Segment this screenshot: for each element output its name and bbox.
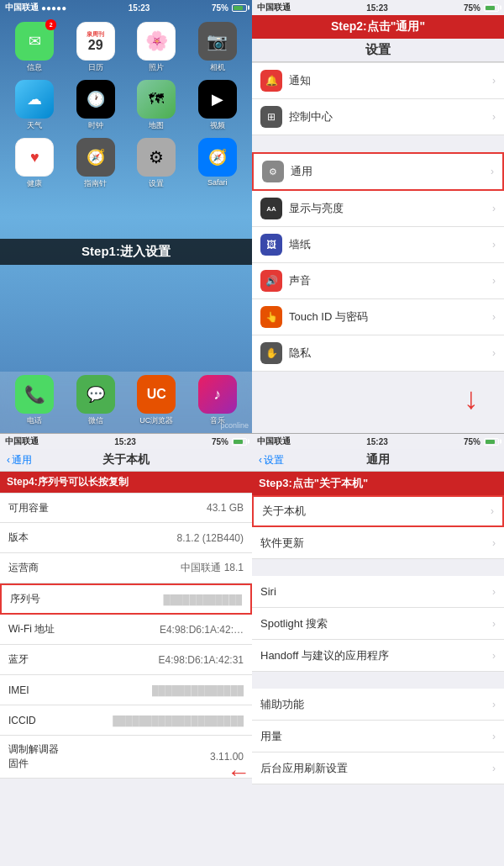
general-chevron: › — [491, 166, 494, 177]
wechat-label: 微信 — [88, 415, 103, 426]
app-calendar[interactable]: 泉周刊 29 日历 — [68, 22, 124, 73]
clock-label: 时钟 — [88, 120, 103, 131]
q4-row-update[interactable]: 软件更新 › — [252, 527, 504, 559]
q3-back-chevron: ‹ — [7, 454, 10, 466]
q3-back-button[interactable]: ‹ 通用 — [7, 453, 32, 467]
privacy-label: 隐私 — [289, 346, 486, 361]
wechat-icon: 💬 — [76, 375, 115, 414]
q4-back-button[interactable]: ‹ 设置 — [259, 453, 284, 467]
wifi-label: Wi-Fi 地址 — [8, 622, 67, 636]
app-phone[interactable]: 📞 电话 — [7, 375, 63, 426]
handoff-chevron: › — [492, 650, 496, 662]
calendar-icon: 泉周刊 29 — [76, 22, 115, 61]
handoff-label: Handoff 与建议的应用程序 — [260, 648, 486, 663]
phone-icon: 📞 — [15, 375, 54, 414]
app-photos[interactable]: 🌸 照片 — [129, 22, 185, 73]
info-row-wifi: Wi-Fi 地址 E4:98:D6:1A:42:… — [0, 615, 252, 645]
q4-row-usage[interactable]: 用量 › — [252, 721, 504, 752]
health-label: 健康 — [27, 178, 42, 189]
control-icon: ⊞ — [260, 106, 282, 128]
settings-app-icon: ⚙ — [137, 138, 176, 177]
weather-label: 天气 — [27, 120, 42, 131]
settings-row-control[interactable]: ⊞ 控制中心 › — [252, 99, 504, 135]
info-row-capacity: 可用容量 43.1 GB — [0, 493, 252, 523]
bt-value: E4:98:D6:1A:42:31 — [67, 654, 244, 666]
notification-chevron: › — [492, 75, 496, 87]
q4-back-label: 设置 — [264, 453, 284, 467]
q1-watermark: pconline — [220, 421, 249, 430]
videos-label: 视频 — [210, 120, 225, 131]
spotlight-label: Spotlight 搜索 — [260, 616, 486, 631]
calendar-label: 日历 — [88, 62, 103, 73]
q2-settings: 中国联通 15:23 75% Step2:点击"通用" 设置 🔔 通知 › ⊞ … — [252, 0, 504, 433]
q4-row-spotlight[interactable]: Spotlight 搜索 › — [252, 608, 504, 640]
app-camera[interactable]: 📷 相机 — [190, 22, 246, 73]
messages-icon: ✉ 2 — [15, 22, 54, 61]
version-label: 版本 — [8, 531, 67, 545]
q4-row-handoff[interactable]: Handoff 与建议的应用程序 › — [252, 640, 504, 672]
q3-battery-icon — [232, 438, 247, 446]
imei-label: IMEI — [8, 684, 67, 696]
info-row-iccid: ICCID ████████████████████ — [0, 705, 252, 736]
general-icon: ⚙ — [262, 161, 284, 182]
settings-row-display[interactable]: AA 显示与亮度 › — [252, 191, 504, 227]
app-music[interactable]: ♪ 音乐 — [190, 375, 246, 426]
info-row-imei: IMEI ██████████████ — [0, 675, 252, 705]
settings-row-touchid[interactable]: 👆 Touch ID 与密码 › — [252, 299, 504, 335]
q3-battery-pct: 75% — [212, 437, 228, 446]
app-clock[interactable]: 🕐 时钟 — [68, 80, 124, 131]
app-uc[interactable]: UC UC浏览器 — [129, 375, 185, 426]
settings-row-notification[interactable]: 🔔 通知 › — [252, 62, 504, 99]
q4-settings-list: 关于本机 › 软件更新 › Siri › Spotlight 搜索 › Hand… — [252, 495, 504, 784]
settings-row-privacy[interactable]: ✋ 隐私 › — [252, 335, 504, 372]
q1-battery-pct: 75% — [212, 3, 228, 13]
wallpaper-chevron: › — [492, 239, 496, 251]
q4-nav-title: 通用 — [287, 452, 469, 467]
health-icon: ♥ — [15, 138, 54, 177]
app-messages[interactable]: ✉ 2 信息 — [7, 22, 63, 73]
settings-row-sound[interactable]: 🔊 声音 › — [252, 263, 504, 299]
q4-row-about[interactable]: 关于本机 › — [252, 495, 504, 527]
q2-nav-bar: 设置 — [252, 39, 504, 62]
q4-row-bg-refresh[interactable]: 后台应用刷新设置 › — [252, 752, 504, 784]
left-arrow-q3: ← — [227, 759, 250, 786]
messages-badge: 2 — [45, 19, 56, 30]
app-wechat[interactable]: 💬 微信 — [68, 375, 124, 426]
clock-icon: 🕐 — [76, 80, 115, 119]
q2-carrier: 中国联通 — [257, 2, 291, 13]
step3-banner: Step3:点击"关于本机" — [252, 472, 504, 495]
photos-label: 照片 — [149, 62, 164, 73]
app-weather[interactable]: ☁ 天气 — [7, 80, 63, 131]
music-icon: ♪ — [198, 375, 237, 414]
settings-row-wallpaper[interactable]: 🖼 墙纸 › — [252, 227, 504, 263]
bg-refresh-chevron: › — [492, 763, 496, 774]
bt-label: 蓝牙 — [8, 652, 67, 667]
siri-chevron: › — [492, 586, 496, 598]
app-safari[interactable]: 🧭 Safari — [190, 138, 246, 189]
wifi-value: E4:98:D6:1A:42:… — [67, 624, 244, 636]
app-settings[interactable]: ⚙ 设置 — [129, 138, 185, 189]
info-row-serial[interactable]: 序列号 ████████████ — [0, 583, 252, 615]
q4-row-siri[interactable]: Siri › — [252, 576, 504, 608]
messages-label: 信息 — [27, 62, 42, 73]
accessibility-label: 辅助功能 — [260, 697, 486, 712]
display-icon: AA — [260, 198, 282, 219]
info-row-bt: 蓝牙 E4:98:D6:1A:42:31 — [0, 645, 252, 675]
app-grid-row3: ♥ 健康 🧭 指南针 ⚙ 设置 🧭 Safari — [0, 135, 252, 193]
app-videos[interactable]: ▶ 视频 — [190, 80, 246, 131]
capacity-label: 可用容量 — [8, 501, 67, 515]
app-health[interactable]: ♥ 健康 — [7, 138, 63, 189]
q3-about: 中国联通 15:23 75% ‹ 通用 关于本机 Step4:序列号可以长按复制… — [0, 433, 252, 866]
general-label: 通用 — [291, 164, 484, 179]
q4-battery-pct: 75% — [464, 437, 480, 446]
q2-status-bar: 中国联通 15:23 75% — [252, 0, 504, 15]
q4-row-accessibility[interactable]: 辅助功能 › — [252, 689, 504, 721]
settings-row-general[interactable]: ⚙ 通用 › — [252, 152, 504, 191]
sound-chevron: › — [492, 275, 496, 287]
q4-status-left: 中国联通 — [257, 436, 291, 447]
q3-status-right: 75% — [212, 437, 247, 446]
q3-nav-bar: ‹ 通用 关于本机 — [0, 449, 252, 472]
app-compass[interactable]: 🧭 指南针 — [68, 138, 124, 189]
app-maps[interactable]: 🗺 地图 — [129, 80, 185, 131]
compass-label: 指南针 — [84, 178, 107, 189]
